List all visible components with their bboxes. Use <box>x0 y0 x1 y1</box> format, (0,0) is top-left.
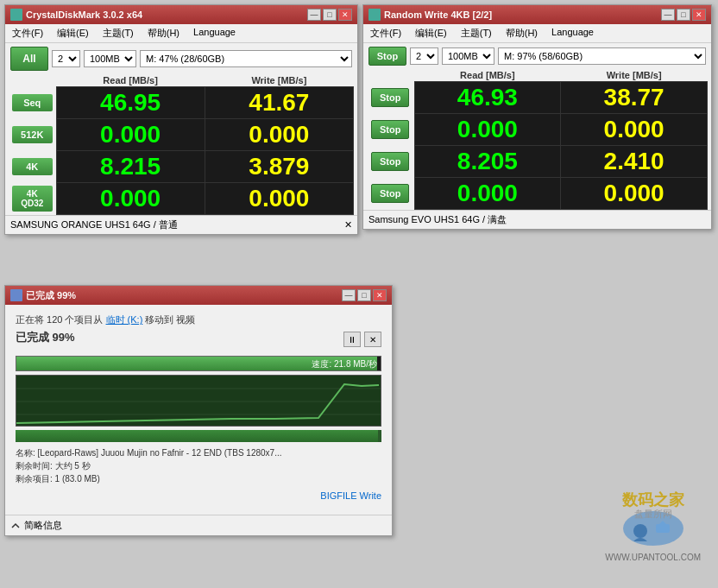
cdm-maximize-btn[interactable]: □ <box>323 9 337 21</box>
rw-stop-button[interactable]: Stop <box>368 47 406 66</box>
rw-title-buttons: — □ ✕ <box>661 9 706 21</box>
rw-title-text: Random Write 4KB [2/2] <box>384 9 492 20</box>
copy-app-icon <box>10 289 22 301</box>
rw-4k-write: 2.410 <box>561 146 708 178</box>
rw-512k-write: 0.000 <box>561 114 708 146</box>
rw-minimize-btn[interactable]: — <box>661 9 675 21</box>
cdm-seq-label: Seq <box>12 94 53 111</box>
cdm-minimize-btn[interactable]: — <box>307 9 321 21</box>
copy-maximize-btn[interactable]: □ <box>357 289 371 301</box>
copy-title-left: 已完成 99% <box>10 289 76 302</box>
copy-summary-bar[interactable]: 简略信息 <box>5 515 392 535</box>
copy-remaining-time: 剩余时间: 大约 5 秒 <box>16 460 381 472</box>
cdm-title-buttons: — □ ✕ <box>307 9 352 21</box>
copy-info-line1: 正在将 120 个项目从 临时 (K:) 移动到 视频 <box>16 313 381 326</box>
rw-menu-theme[interactable]: 主题(T) <box>457 26 495 41</box>
copy-title-bar: 已完成 99% — □ ✕ <box>5 286 392 305</box>
svg-rect-7 <box>656 524 670 533</box>
watermark-text1: 数码之家 盘量所网 <box>605 481 701 553</box>
cdm-512k-label: 512K <box>12 126 53 143</box>
cdm-seq-write: 41.67 <box>205 87 353 119</box>
table-row: 4KQD32 0.000 0.000 <box>9 183 354 215</box>
rw-app-icon <box>368 9 381 21</box>
rw-4kqd32-read: 0.000 <box>414 178 561 210</box>
copy-secondary-progress <box>16 430 381 442</box>
cdm-menu-help[interactable]: 帮助(H) <box>144 26 183 41</box>
copy-file-details: 名称: [Leopard-Raws] Juuou Mujin no Fafnir… <box>16 447 381 485</box>
rw-4k-read: 8.205 <box>414 146 561 178</box>
cdm-read-header: Read [MB/s] <box>56 74 205 87</box>
rw-size-select[interactable]: 100MB <box>442 47 494 65</box>
rw-bench-area: Read [MB/s] Write [MB/s] Stop 46.93 38.7… <box>363 69 711 210</box>
rw-menu-language[interactable]: Language <box>548 26 597 41</box>
rw-read-header: Read [MB/s] <box>414 69 561 82</box>
cdm-menu-edit[interactable]: 编辑(E) <box>54 26 92 41</box>
rw-count-select[interactable]: 2 <box>410 47 438 65</box>
rw-menu-file[interactable]: 文件(F) <box>367 26 405 41</box>
copy-title-buttons: — □ ✕ <box>342 289 387 301</box>
cdm-app-icon <box>10 9 22 21</box>
rw-drive-select[interactable]: M: 97% (58/60GB) <box>498 47 706 65</box>
cdm-drive-select[interactable]: M: 47% (28/60GB) <box>140 50 352 67</box>
cdm-4k-write: 3.879 <box>205 151 353 183</box>
copy-percent: 已完成 99% <box>16 330 75 345</box>
table-row: Stop 0.000 0.000 <box>367 178 708 210</box>
rw-menu-edit[interactable]: 编辑(E) <box>412 26 450 41</box>
watermark: 数码之家 盘量所网 WWW.UPANTOOL.COM <box>605 481 701 562</box>
cdm-title-text: CrystalDiskMark 3.0.2 x64 <box>26 9 142 20</box>
cdm-menu-bar: 文件(F) 编辑(E) 主题(T) 帮助(H) Language <box>5 24 357 43</box>
table-row: Stop 0.000 0.000 <box>367 114 708 146</box>
rw-title-left: Random Write 4KB [2/2] <box>368 9 492 21</box>
copy-title-text: 已完成 99% <box>26 289 76 302</box>
copy-progress-controls: ⏸ ✕ <box>343 332 381 347</box>
rw-menu-help[interactable]: 帮助(H) <box>502 26 541 41</box>
copy-link[interactable]: 临时 (K:) <box>106 314 143 325</box>
rw-write-header: Write [MB/s] <box>561 69 708 82</box>
rw-close-btn[interactable]: ✕ <box>692 9 706 21</box>
copy-progress-bar-container: 速度: 21.8 MB/秒 <box>16 356 381 371</box>
cdm-menu-file[interactable]: 文件(F) <box>9 26 47 41</box>
cdm-4kqd32-write: 0.000 <box>205 183 353 215</box>
rw-seq-write: 38.77 <box>561 82 708 114</box>
cdm-menu-language[interactable]: Language <box>190 26 239 41</box>
cdm-size-select[interactable]: 100MB 50MB 500MB <box>84 50 136 67</box>
cdm-status-close[interactable]: ✕ <box>344 219 352 231</box>
copy-summary-label: 简略信息 <box>24 519 62 532</box>
cdm-4kqd32-label: 4KQD32 <box>12 186 53 212</box>
rw-seq-read: 46.93 <box>414 82 561 114</box>
copy-info-text1: 正在将 120 个项目从 <box>16 314 103 325</box>
copy-info-text2: 移动到 视频 <box>145 314 195 325</box>
copy-filename: 名称: [Leopard-Raws] Juuou Mujin no Fafnir… <box>16 447 381 459</box>
chevron-up-icon <box>10 521 21 531</box>
copy-remaining-items: 剩余项目: 1 (83.0 MB) <box>16 473 381 485</box>
cdm-status-bar: SAMSUNG ORANGE UHS1 64G / 普通 ✕ <box>5 215 357 234</box>
cdm-count-select[interactable]: 2 3 5 <box>52 50 80 67</box>
cdm-title-left: CrystalDiskMark 3.0.2 x64 <box>10 9 142 21</box>
cdm-all-button[interactable]: All <box>10 47 48 71</box>
copy-minimize-btn[interactable]: — <box>342 289 356 301</box>
rw-status-bar: Samsung EVO UHS1 64G / 满盘 <box>363 210 711 229</box>
copy-speed-text: 速度: 21.8 MB/秒 <box>312 357 377 371</box>
rw-stop-4k[interactable]: Stop <box>371 152 409 171</box>
copy-progress-graph <box>16 375 381 427</box>
table-row: Stop 46.93 38.77 <box>367 82 708 114</box>
copy-window: 已完成 99% — □ ✕ 正在将 120 个项目从 临时 (K:) 移动到 视… <box>4 285 393 536</box>
table-row: Seq 46.95 41.67 <box>9 87 354 119</box>
copy-close-btn[interactable]: ✕ <box>373 289 387 301</box>
rw-menu-bar: 文件(F) 编辑(E) 主题(T) 帮助(H) Language <box>363 24 711 43</box>
rw-stop-512k[interactable]: Stop <box>371 120 409 139</box>
rw-stop-4kqd32[interactable]: Stop <box>371 184 409 203</box>
cdm-bench-table: Read [MB/s] Write [MB/s] Seq 46.95 41.67… <box>9 74 354 215</box>
cdm-status-text: SAMSUNG ORANGE UHS1 64G / 普通 <box>10 218 178 231</box>
rw-maximize-btn[interactable]: □ <box>677 9 690 21</box>
svg-text:数码之家: 数码之家 <box>621 490 685 509</box>
rw-stop-seq[interactable]: Stop <box>371 88 409 107</box>
cdm-close-btn[interactable]: ✕ <box>338 9 352 21</box>
copy-pause-btn[interactable]: ⏸ <box>343 332 361 347</box>
copy-cancel-btn[interactable]: ✕ <box>364 332 381 347</box>
cdm-menu-theme[interactable]: 主题(T) <box>99 26 137 41</box>
table-row: Stop 8.205 2.410 <box>367 146 708 178</box>
cdm-window: CrystalDiskMark 3.0.2 x64 — □ ✕ 文件(F) 编辑… <box>4 4 358 235</box>
cdm-title-bar: CrystalDiskMark 3.0.2 x64 — □ ✕ <box>5 5 357 24</box>
copy-graph-svg <box>16 376 381 426</box>
